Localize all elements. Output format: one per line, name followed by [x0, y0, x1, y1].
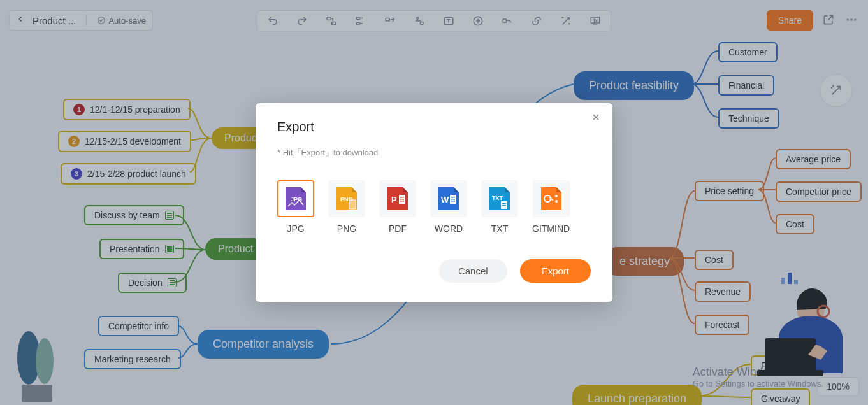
dialog-hint: * Hit「Export」to download	[277, 147, 591, 159]
fmt-jpg[interactable]: JPG JPG	[277, 180, 314, 234]
svg-marker-23	[301, 187, 306, 192]
format-list: JPG JPG PNG PNG P PDF W WORD TXT TXT GIT…	[277, 180, 591, 234]
svg-marker-32	[403, 187, 408, 192]
svg-rect-54	[541, 187, 556, 210]
svg-rect-37	[400, 199, 404, 200]
export-button[interactable]: Export	[520, 259, 591, 283]
fmt-gitmind[interactable]: GITMIND	[532, 180, 570, 234]
export-dialog: Export * Hit「Export」to download JPG JPG …	[256, 103, 612, 302]
svg-rect-53	[502, 205, 506, 206]
fmt-word[interactable]: W WORD	[430, 180, 467, 234]
svg-text:P: P	[391, 195, 397, 204]
svg-rect-36	[400, 197, 404, 198]
svg-rect-30	[349, 200, 356, 209]
modal-overlay: Export * Hit「Export」to download JPG JPG …	[0, 0, 868, 405]
svg-rect-52	[502, 203, 506, 204]
svg-rect-44	[451, 197, 455, 198]
cancel-button[interactable]: Cancel	[439, 259, 507, 283]
svg-marker-48	[505, 187, 510, 192]
svg-text:TXT: TXT	[492, 195, 503, 201]
svg-marker-55	[556, 187, 561, 192]
svg-rect-46	[451, 201, 455, 202]
svg-rect-38	[400, 201, 404, 202]
svg-point-59	[555, 200, 558, 202]
svg-rect-45	[451, 199, 455, 200]
dialog-actions: Cancel Export	[277, 259, 591, 283]
svg-point-58	[555, 195, 558, 197]
fmt-pdf[interactable]: P PDF	[379, 180, 416, 234]
svg-marker-27	[352, 187, 357, 192]
dialog-title: Export	[277, 120, 591, 134]
svg-marker-40	[454, 187, 459, 192]
svg-text:W: W	[441, 195, 449, 204]
fmt-png[interactable]: PNG PNG	[328, 180, 365, 234]
close-icon[interactable]	[591, 112, 601, 125]
fmt-txt[interactable]: TXT TXT	[481, 180, 518, 234]
